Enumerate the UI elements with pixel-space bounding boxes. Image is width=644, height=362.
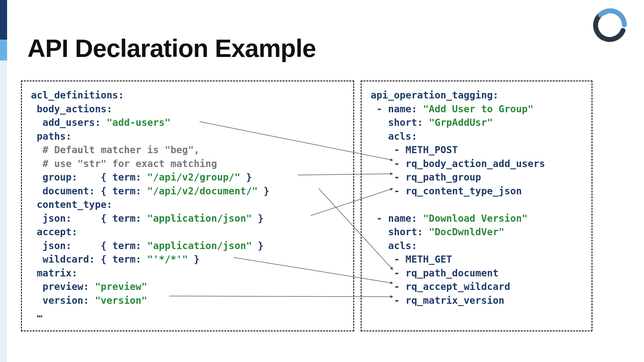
code-string: "application/json" <box>147 213 252 224</box>
code-line: acls: <box>371 131 417 142</box>
code-line: - rq_matrix_version <box>371 295 504 306</box>
code-string: "preview" <box>95 281 147 292</box>
code-line: matrix: <box>31 267 78 279</box>
code-string: "Add User to Group" <box>423 103 534 115</box>
code-line: … <box>31 308 43 320</box>
code-line: } <box>240 172 252 183</box>
code-string: "application/json" <box>147 240 252 251</box>
code-string: "Download Version" <box>423 213 528 224</box>
code-line: - rq_path_group <box>371 172 481 183</box>
code-comment: # use "str" for exact matching <box>31 158 217 169</box>
code-block-left: acl_definitions: body_actions: add_users… <box>21 80 354 331</box>
code-line: - rq_content_type_json <box>371 185 522 197</box>
code-line: wildcard: { term: <box>31 254 147 265</box>
code-line: body_actions: <box>31 103 112 115</box>
code-line: acl_definitions: <box>31 89 124 101</box>
code-string: "version" <box>95 295 147 306</box>
code-line: - METH_GET <box>371 254 452 265</box>
code-line: version: <box>31 295 95 306</box>
code-line: } <box>188 254 200 265</box>
code-string: "/api/v2/group/" <box>147 172 240 183</box>
code-line: preview: <box>31 281 95 292</box>
code-string: "'*/*'" <box>147 254 188 265</box>
code-line: document: { term: <box>31 185 147 197</box>
code-line: } <box>258 185 269 197</box>
code-block-right: api_operation_tagging: - name: "Add User… <box>361 80 592 331</box>
code-line: - rq_accept_wildcard <box>371 281 510 292</box>
code-line: - METH_POST <box>371 144 458 155</box>
code-string: "/api/v2/document/" <box>147 185 258 197</box>
code-line: api_operation_tagging: <box>371 89 498 101</box>
code-line: add_users: <box>31 117 107 128</box>
code-line: } <box>252 240 263 251</box>
code-line: json: { term: <box>31 213 147 224</box>
code-line: group: { term: <box>31 172 147 183</box>
code-comment: # Default matcher is "beg", <box>31 144 200 155</box>
code-string: "add-users" <box>107 117 171 128</box>
code-line: - name: <box>371 103 423 115</box>
code-line: acls: <box>371 240 417 251</box>
code-line: content_type: <box>31 199 112 210</box>
logo-icon <box>592 7 628 42</box>
accent-band-dark <box>0 0 7 40</box>
code-string: "DocDwnldVer" <box>429 226 505 237</box>
code-line: accept: <box>31 226 78 237</box>
code-line: - rq_path_document <box>371 267 498 279</box>
code-string: "GrpAddUsr" <box>429 117 493 128</box>
accent-band-light <box>0 40 7 60</box>
code-line: paths: <box>31 131 71 142</box>
code-line: - name: <box>371 213 423 224</box>
slide: API Declaration Example acl_definitions:… <box>0 0 644 362</box>
page-title: API Declaration Example <box>27 34 316 63</box>
code-line: short: <box>371 226 429 237</box>
code-line: short: <box>371 117 429 128</box>
code-line: - rq_body_action_add_users <box>371 158 545 169</box>
code-line: json: { term: <box>31 240 147 251</box>
code-line: } <box>252 213 263 224</box>
